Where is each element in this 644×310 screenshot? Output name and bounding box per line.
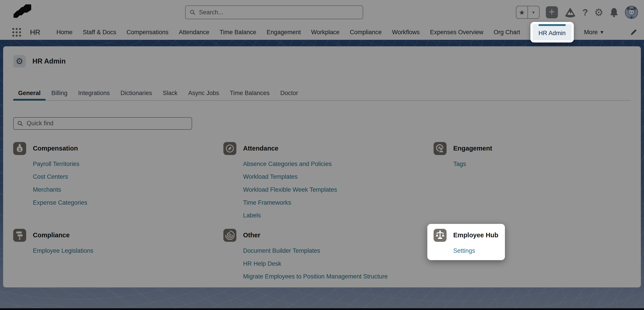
nav-item-hr-admin-spotlight[interactable]: HR Admin: [530, 22, 574, 42]
balance-scale-icon: [434, 229, 446, 242]
active-tab-indicator: [538, 24, 566, 26]
dim-overlay: [0, 0, 644, 310]
nav-item-hr-admin-label: HR Admin: [538, 26, 566, 40]
section-employee-hub-spotlight[interactable]: Employee Hub Settings: [427, 224, 505, 260]
link-employee-hub-settings[interactable]: Settings: [453, 247, 475, 254]
section-title: Employee Hub: [453, 232, 498, 239]
